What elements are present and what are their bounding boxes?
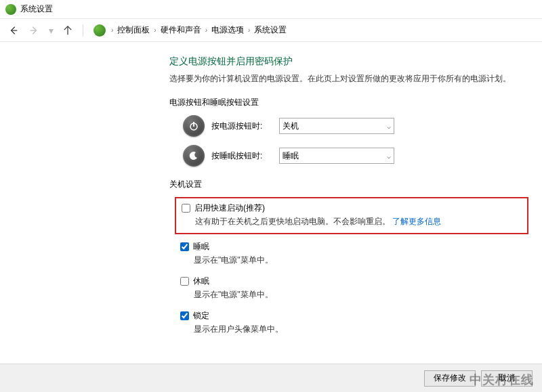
- breadcrumb-control-panel[interactable]: 控制面板: [117, 24, 150, 36]
- window-title: 系统设置: [20, 3, 53, 15]
- page-subtext: 选择要为你的计算机设置的电源设置。在此页上对设置所做的更改将应用于你所有的电源计…: [169, 73, 528, 85]
- sleep-checkbox[interactable]: [180, 242, 189, 251]
- window-icon: [5, 4, 16, 15]
- shutdown-options: 启用快速启动(推荐) 这有助于在关机之后更快地启动电脑。不会影响重启。 了解更多…: [175, 197, 528, 338]
- cancel-button[interactable]: 取消: [481, 370, 533, 387]
- save-button[interactable]: 保存修改: [424, 370, 476, 387]
- chevron-right-icon: ›: [152, 26, 157, 34]
- footer: 保存修改 取消: [0, 364, 542, 392]
- arrow-up-icon: [63, 26, 72, 35]
- sleep-button-row: 按睡眠按钮时: 睡眠 ⌵: [183, 145, 528, 167]
- lock-checkbox[interactable]: [180, 311, 189, 320]
- lock-title: 锁定: [193, 310, 209, 322]
- chevron-right-icon: ›: [247, 26, 251, 34]
- chevron-right-icon: ›: [204, 26, 209, 34]
- fast-startup-checkbox[interactable]: [182, 204, 190, 213]
- titlebar: 系统设置: [0, 0, 542, 19]
- page-heading: 定义电源按钮并启用密码保护: [169, 56, 528, 68]
- sleep-button-label: 按睡眠按钮时:: [211, 150, 272, 162]
- option-sleep: 睡眠 显示在"电源"菜单中。: [175, 238, 528, 269]
- forward-button[interactable]: [26, 22, 42, 39]
- arrow-left-icon: [9, 26, 18, 35]
- power-button-value: 关机: [283, 121, 299, 132]
- back-button[interactable]: [5, 22, 22, 39]
- lock-desc: 显示在用户头像菜单中。: [194, 324, 523, 335]
- breadcrumb[interactable]: › 控制面板 › 硬件和声音 › 电源选项 › 系统设置: [90, 22, 537, 39]
- option-lock: 锁定 显示在用户头像菜单中。: [175, 307, 528, 338]
- sleep-title: 睡眠: [193, 241, 209, 253]
- sleep-button-select[interactable]: 睡眠 ⌵: [279, 148, 394, 164]
- option-fast-startup: 启用快速启动(推荐) 这有助于在关机之后更快地启动电脑。不会影响重启。 了解更多…: [175, 197, 528, 234]
- button-section-label: 电源按钮和睡眠按钮设置: [169, 97, 528, 108]
- power-icon: [183, 115, 205, 137]
- power-button-row: 按电源按钮时: 关机 ⌵: [183, 115, 528, 137]
- sleep-icon: [183, 145, 205, 167]
- hibernate-desc: 显示在"电源"菜单中。: [194, 289, 523, 301]
- hibernate-title: 休眠: [193, 276, 209, 287]
- power-button-select[interactable]: 关机 ⌵: [279, 118, 394, 134]
- up-button[interactable]: [60, 22, 76, 39]
- separator: [83, 24, 83, 37]
- sleep-button-value: 睡眠: [283, 150, 299, 162]
- learn-more-link[interactable]: 了解更多信息: [392, 217, 441, 226]
- breadcrumb-power-options[interactable]: 电源选项: [211, 24, 244, 36]
- control-panel-icon: [93, 24, 106, 37]
- navbar: ▾ › 控制面板 › 硬件和声音 › 电源选项 › 系统设置: [0, 19, 542, 42]
- breadcrumb-system-settings[interactable]: 系统设置: [254, 24, 287, 36]
- content-area: 定义电源按钮并启用密码保护 选择要为你的计算机设置的电源设置。在此页上对设置所做…: [0, 42, 542, 353]
- arrow-right-icon: [29, 26, 39, 35]
- breadcrumb-hardware-sound[interactable]: 硬件和声音: [161, 24, 201, 36]
- chevron-right-icon: ›: [110, 26, 114, 34]
- fast-startup-desc: 这有助于在关机之后更快地启动电脑。不会影响重启。 了解更多信息: [195, 216, 522, 227]
- hibernate-checkbox[interactable]: [180, 277, 189, 286]
- chevron-down-icon: ⌵: [387, 123, 391, 130]
- sleep-desc: 显示在"电源"菜单中。: [194, 255, 523, 266]
- power-button-label: 按电源按钮时:: [211, 121, 272, 132]
- chevron-down-icon: ⌵: [387, 152, 391, 160]
- shutdown-section-label: 关机设置: [169, 179, 528, 190]
- recent-dropdown[interactable]: ▾: [46, 22, 56, 39]
- option-hibernate: 休眠 显示在"电源"菜单中。: [175, 273, 528, 303]
- fast-startup-title: 启用快速启动(推荐): [194, 202, 265, 214]
